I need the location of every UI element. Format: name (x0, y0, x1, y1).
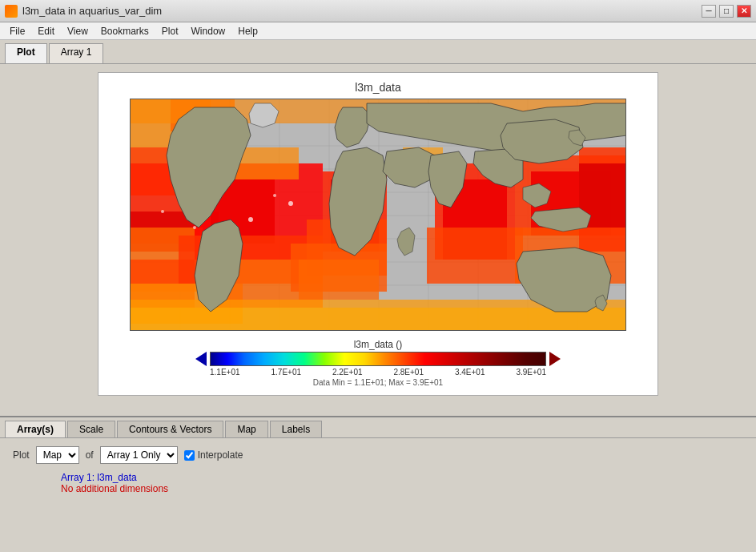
array1-dim: No additional dimensions (61, 483, 743, 494)
tab-array1[interactable]: Array 1 (49, 43, 104, 63)
interpolate-checkbox[interactable] (184, 450, 195, 461)
window-title: l3m_data in aquarius_var_dim (22, 5, 162, 17)
top-tab-bar: Plot Array 1 (0, 40, 756, 64)
array-info: Array 1: l3m_data No additional dimensio… (61, 472, 743, 494)
minimize-button[interactable]: ─ (702, 5, 716, 18)
of-label: of (86, 449, 94, 461)
lower-section: Array(s) Scale Contours & Vectors Map La… (0, 416, 756, 552)
tab-labels[interactable]: Labels (270, 421, 322, 437)
tick-2: 2.2E+01 (332, 368, 363, 377)
svg-rect-35 (299, 260, 379, 300)
menu-help[interactable]: Help (231, 24, 264, 38)
menu-bar: File Edit View Bookmarks Plot Window Hel… (0, 22, 756, 40)
tab-arrays[interactable]: Array(s) (5, 421, 66, 437)
colorbar (210, 352, 546, 366)
interpolate-label[interactable]: Interpolate (184, 449, 243, 461)
world-map-svg (131, 99, 626, 331)
array1-name: Array 1: l3m_data (61, 472, 743, 483)
plot-type-select[interactable]: Map (36, 446, 79, 464)
tab-map[interactable]: Map (225, 421, 267, 437)
plot-row: Plot Map of Array 1 Only Interpolate (13, 446, 743, 464)
tick-0: 1.1E+01 (210, 368, 240, 377)
colorbar-ticks: 1.1E+01 1.7E+01 2.2E+01 2.8E+01 3.4E+01 … (210, 368, 546, 377)
array-select[interactable]: Array 1 Only (100, 446, 178, 464)
colorbar-section: l3m_data () 1.1E+01 1.7E+01 2.2E+01 (107, 339, 649, 387)
tab-contours-vectors[interactable]: Contours & Vectors (117, 421, 223, 437)
svg-point-50 (273, 194, 276, 197)
tab-plot[interactable]: Plot (5, 43, 47, 63)
colorbar-title: l3m_data () (354, 339, 403, 350)
tick-4: 3.4E+01 (455, 368, 485, 377)
app-window: l3m_data in aquarius_var_dim ─ □ ✕ File … (0, 0, 756, 552)
bottom-tab-bar: Array(s) Scale Contours & Vectors Map La… (0, 417, 756, 438)
menu-file[interactable]: File (3, 24, 31, 38)
svg-point-53 (161, 210, 164, 213)
tab-scale[interactable]: Scale (67, 421, 115, 437)
svg-point-55 (288, 201, 293, 206)
menu-window[interactable]: Window (185, 24, 232, 38)
main-plot-area: l3m_data (0, 64, 756, 416)
app-icon (5, 5, 18, 18)
data-minmax: Data Min = 1.1E+01; Max = 3.9E+01 (313, 378, 443, 387)
content-area: l3m_data (0, 64, 756, 552)
map-container (130, 99, 626, 331)
menu-edit[interactable]: Edit (31, 24, 61, 38)
close-button[interactable]: ✕ (737, 5, 751, 18)
arrays-panel-content: Plot Map of Array 1 Only Interpolate Arr… (0, 438, 756, 502)
title-bar: l3m_data in aquarius_var_dim ─ □ ✕ (0, 0, 756, 22)
svg-point-49 (248, 217, 253, 222)
colorbar-wrap: 1.1E+01 1.7E+01 2.2E+01 2.8E+01 3.4E+01 … (195, 352, 561, 387)
tick-3: 2.8E+01 (393, 368, 424, 377)
plot-title: l3m_data (355, 81, 401, 94)
plot-panel: l3m_data (98, 72, 658, 396)
maximize-button[interactable]: □ (719, 5, 734, 18)
svg-point-54 (193, 226, 196, 229)
plot-label: Plot (13, 449, 30, 461)
title-bar-left: l3m_data in aquarius_var_dim (5, 5, 162, 18)
menu-view[interactable]: View (61, 24, 94, 38)
title-bar-controls: ─ □ ✕ (702, 5, 751, 18)
colorbar-arrow-left (195, 352, 207, 366)
colorbar-arrow-right (549, 352, 561, 366)
menu-bookmarks[interactable]: Bookmarks (94, 24, 155, 38)
svg-rect-47 (235, 147, 299, 179)
svg-rect-45 (131, 308, 626, 331)
tick-5: 3.9E+01 (516, 368, 546, 377)
tick-1: 1.7E+01 (271, 368, 301, 377)
menu-plot[interactable]: Plot (155, 24, 185, 38)
svg-rect-38 (427, 228, 523, 284)
